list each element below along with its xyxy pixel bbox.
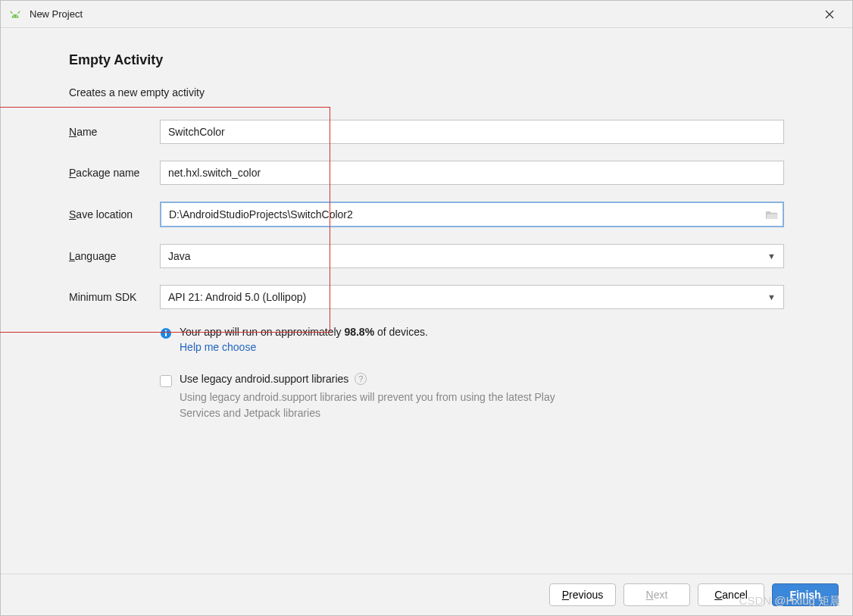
name-input[interactable] <box>160 120 784 144</box>
page-title: Empty Activity <box>69 52 784 68</box>
legacy-description: Using legacy android.support libraries w… <box>180 389 558 421</box>
svg-rect-7 <box>165 333 167 336</box>
svg-line-0 <box>11 11 12 13</box>
language-select[interactable]: Java ▼ <box>160 244 784 268</box>
min-sdk-value: API 21: Android 5.0 (Lollipop) <box>168 291 306 303</box>
previous-button[interactable]: Previous <box>549 583 616 606</box>
chevron-down-icon: ▼ <box>767 252 776 261</box>
legacy-label: Use legacy android.support libraries <box>180 373 348 385</box>
min-sdk-row: Minimum SDK API 21: Android 5.0 (Lollipo… <box>69 285 784 309</box>
save-location-field <box>160 202 784 227</box>
chevron-down-icon: ▼ <box>767 292 776 302</box>
save-location-input[interactable] <box>161 203 761 226</box>
package-row: Package name <box>69 161 784 185</box>
close-icon <box>825 10 834 19</box>
new-project-window: New Project Empty Activity Creates a new… <box>0 0 853 616</box>
help-icon[interactable]: ? <box>355 373 367 385</box>
package-label: Package name <box>69 167 160 179</box>
svg-point-3 <box>16 15 17 17</box>
finish-button[interactable]: Finish <box>772 583 839 606</box>
content-area: Empty Activity Creates a new empty activ… <box>1 28 852 574</box>
android-studio-icon <box>8 8 22 21</box>
language-value: Java <box>168 250 191 262</box>
compatibility-info-row: Your app will run on approximately 98.8%… <box>69 326 784 353</box>
close-button[interactable] <box>814 3 845 26</box>
footer: Previous Next Cancel Finish <box>1 574 852 615</box>
titlebar: New Project <box>1 1 852 28</box>
language-label: Language <box>69 250 160 262</box>
help-me-choose-link[interactable]: Help me choose <box>180 341 428 353</box>
svg-point-8 <box>165 330 167 331</box>
next-button: Next <box>623 583 690 606</box>
package-input[interactable] <box>160 161 784 185</box>
name-label: Name <box>69 126 160 138</box>
legacy-checkbox[interactable] <box>160 375 172 387</box>
page-description: Creates a new empty activity <box>69 86 784 98</box>
save-location-label: Save location <box>69 208 160 220</box>
compatibility-text: Your app will run on approximately 98.8%… <box>180 326 428 338</box>
cancel-button[interactable]: Cancel <box>698 583 764 606</box>
info-icon <box>160 327 172 342</box>
window-title: New Project <box>30 8 814 20</box>
language-row: Language Java ▼ <box>69 244 784 268</box>
legacy-libraries-row: Use legacy android.support libraries ? U… <box>69 373 784 421</box>
min-sdk-label: Minimum SDK <box>69 291 160 303</box>
svg-line-1 <box>18 11 20 13</box>
folder-open-icon <box>765 209 779 220</box>
save-location-row: Save location <box>69 202 784 227</box>
svg-point-2 <box>13 15 14 17</box>
browse-folder-button[interactable] <box>761 209 783 220</box>
min-sdk-select[interactable]: API 21: Android 5.0 (Lollipop) ▼ <box>160 285 784 309</box>
name-row: Name <box>69 120 784 144</box>
